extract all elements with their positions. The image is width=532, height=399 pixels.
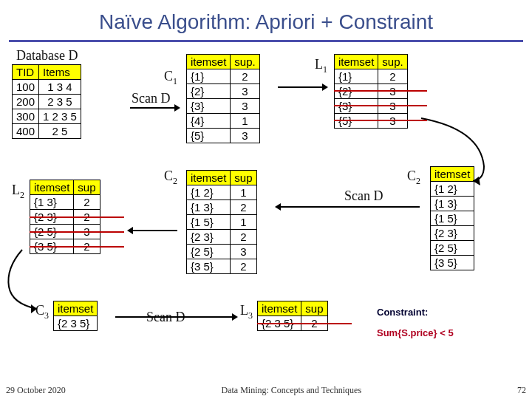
label-l2: L2 xyxy=(12,183,24,201)
footer: 29 October 2020 Data Mining: Concepts an… xyxy=(0,385,532,396)
footer-center: Data Mining: Concepts and Techniques xyxy=(222,385,362,396)
footer-date: 29 October 2020 xyxy=(6,385,66,396)
strike-l3-235 xyxy=(257,323,352,324)
label-l1: L1 xyxy=(315,57,327,75)
strike-l2-25 xyxy=(30,231,124,233)
table-c2-sup: itemsetsup{1 2}1{1 3}2{1 5}1{2 3}2{2 5}3… xyxy=(186,170,257,274)
strike-l2-35 xyxy=(30,246,124,248)
constraint-rule: Sum{S.price} < 5 xyxy=(377,327,454,338)
page-title: Naïve Algorithm: Apriori + Constraint xyxy=(0,0,532,40)
table-database-d: TIDItems1001 3 42002 3 53001 2 3 54002 5 xyxy=(12,64,81,139)
label-c2a: C2 xyxy=(164,168,177,187)
label-c3: C3 xyxy=(35,303,49,321)
title-underline xyxy=(9,40,523,42)
diagram-stage: Database D C1 Scan D L1 C2 C2 Scan D L2 … xyxy=(0,48,532,388)
strike-l1-3 xyxy=(334,105,427,106)
slide-number: 72 xyxy=(517,385,526,396)
label-scan-d-1: Scan D xyxy=(132,91,171,106)
label-c1: C1 xyxy=(164,69,177,87)
table-c3: itemset{2 3 5} xyxy=(53,301,98,331)
constraint-title: Constraint: xyxy=(377,307,428,318)
label-l3: L3 xyxy=(240,303,253,321)
label-c2b: C2 xyxy=(407,168,420,187)
table-c2-items: itemset{1 2}{1 3}{1 5}{2 3}{2 5}{3 5} xyxy=(430,166,474,270)
table-c1: itemsetsup.{1}2{2}3{3}3{4}1{5}3 xyxy=(186,54,260,143)
strike-l1-5 xyxy=(334,120,427,121)
strike-l2-23 xyxy=(30,216,124,218)
strike-l1-2 xyxy=(334,90,427,92)
label-database-d: Database D xyxy=(16,48,78,64)
label-scan-d-2: Scan D xyxy=(344,188,383,204)
table-l3: itemsetsup{2 3 5}2 xyxy=(257,301,328,331)
